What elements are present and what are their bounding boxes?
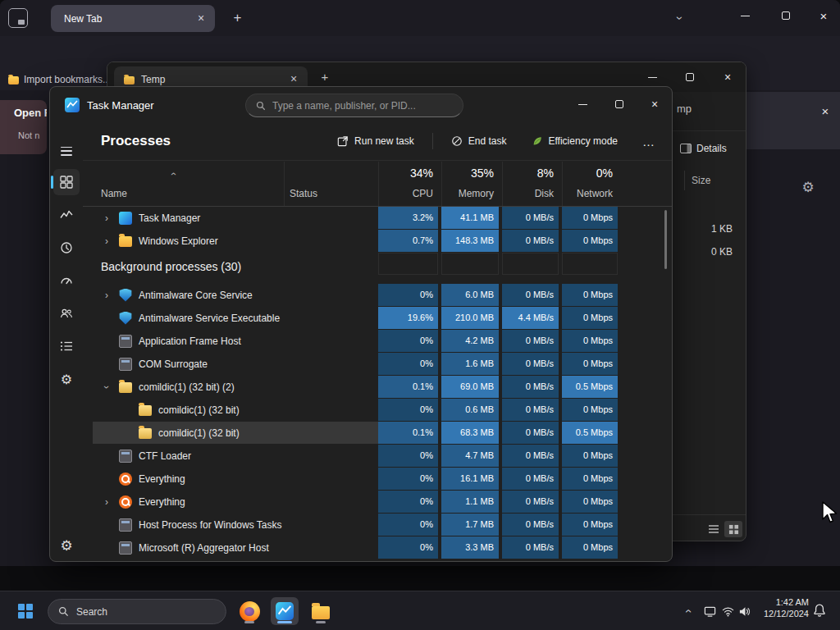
name-cell: comildic(1) (32 bit): [93, 399, 284, 421]
tray-wifi-icon[interactable]: [720, 604, 735, 619]
process-row[interactable]: Application Frame Host0%4.2 MB0 MB/s0 Mb…: [93, 330, 672, 352]
expand-chevron-icon[interactable]: ›: [101, 290, 112, 301]
dialog-option-fragment[interactable]: Not n: [18, 130, 47, 140]
search-input[interactable]: [272, 100, 453, 112]
column-cpu[interactable]: 34% CPU: [378, 162, 438, 206]
notification-bell-icon[interactable]: [812, 603, 829, 619]
nav-processes-icon[interactable]: [53, 169, 80, 195]
task-manager-title-bar[interactable]: Task Manager ×: [50, 87, 672, 123]
address-path-fragment: mp: [677, 103, 692, 115]
browser-tab[interactable]: New Tab ×: [51, 5, 215, 32]
column-status[interactable]: Status: [284, 162, 378, 206]
tray-volume-icon[interactable]: [737, 604, 751, 619]
tab-close-icon[interactable]: ×: [194, 11, 208, 26]
settings-gear-icon[interactable]: ⚙: [57, 536, 76, 556]
windows-logo-icon: [18, 604, 33, 619]
details-view-icon[interactable]: [705, 521, 723, 537]
new-tab-button[interactable]: +: [228, 9, 247, 28]
scrollbar-thumb[interactable]: [664, 210, 667, 269]
expand-chevron-icon[interactable]: ›: [101, 212, 112, 224]
toolbar-more-icon[interactable]: …: [636, 135, 662, 148]
name-cell: COM Surrogate: [93, 353, 284, 375]
installer-icon: [139, 405, 152, 416]
column-network[interactable]: 0% Network: [562, 162, 618, 206]
taskbar-search[interactable]: Search: [48, 599, 226, 624]
nav-details-icon[interactable]: [53, 333, 80, 359]
memory-cell: 4.2 MB: [441, 330, 499, 352]
name-cell: Microsoft (R) Aggregator Host: [93, 536, 284, 559]
tray-show-hidden-icons-chevron[interactable]: ›: [679, 591, 696, 630]
newtab-personalize-gear-icon[interactable]: ⚙: [799, 179, 817, 197]
efficiency-mode-button[interactable]: Efficiency mode: [525, 131, 625, 151]
process-row[interactable]: Antimalware Service Executable19.6%210.0…: [93, 307, 672, 329]
process-row[interactable]: ›comildic(1) (32 bit) (2)0.1%69.0 MB0 MB…: [93, 376, 672, 398]
nav-users-icon[interactable]: [53, 300, 80, 326]
column-name[interactable]: › Name: [93, 162, 284, 206]
column-memory[interactable]: 35% Memory: [441, 162, 499, 206]
taskbar-firefox-icon[interactable]: [235, 597, 263, 625]
name-cell: ›Antimalware Core Service: [93, 284, 284, 306]
process-row[interactable]: Everything0%16.1 MB0 MB/s0 Mbps: [93, 468, 672, 490]
process-row[interactable]: comildic(1) (32 bit)0%0.6 MB0 MB/s0 Mbps: [93, 399, 672, 421]
tm-minimize-button[interactable]: [565, 92, 600, 116]
size-column-header[interactable]: Size: [692, 175, 710, 186]
start-button[interactable]: [13, 599, 38, 623]
status-cell: [284, 376, 378, 398]
tm-maximize-button[interactable]: [602, 92, 637, 116]
name-cell: Host Process for Windows Tasks: [93, 514, 284, 536]
explorer-tab-close-icon[interactable]: ×: [286, 72, 301, 87]
status-cell: [284, 353, 378, 375]
end-task-button[interactable]: End task: [445, 131, 514, 151]
process-name: Everything: [139, 496, 185, 508]
process-row[interactable]: Microsoft (R) Aggregator Host0%3.3 MB0 M…: [93, 536, 672, 559]
process-group-header[interactable]: Background processes (30): [93, 253, 672, 283]
taskbar-task-manager-icon[interactable]: [271, 597, 299, 625]
window-close-button[interactable]: ×: [807, 0, 840, 31]
memory-cell: 3.3 MB: [441, 536, 499, 559]
nav-startup-apps-icon[interactable]: [53, 267, 80, 294]
run-new-task-button[interactable]: Run new task: [331, 131, 421, 151]
nav-services-icon[interactable]: ⚙: [53, 366, 80, 392]
nav-hamburger-icon[interactable]: [53, 138, 80, 164]
process-row[interactable]: CTF Loader0%4.7 MB0 MB/s0 Mbps: [93, 445, 672, 467]
process-row[interactable]: COM Surrogate0%1.6 MB0 MB/s0 Mbps: [93, 353, 672, 375]
window-maximize-button[interactable]: [769, 0, 802, 31]
process-row[interactable]: ›Windows Explorer0.7%148.3 MB0 MB/s0 Mbp…: [93, 230, 672, 252]
tab-title: New Tab: [64, 13, 194, 25]
firefox-view-icon[interactable]: [8, 8, 28, 28]
expand-chevron-icon[interactable]: ›: [101, 381, 112, 393]
process-row[interactable]: comildic(1) (32 bit)0.1%68.3 MB0 MB/s0.5…: [93, 422, 672, 444]
nav-performance-icon[interactable]: [53, 202, 80, 228]
tray-monitor-icon[interactable]: [702, 604, 717, 619]
list-all-tabs-icon[interactable]: ›: [669, 8, 691, 30]
process-row[interactable]: Host Process for Windows Tasks0%1.7 MB0 …: [93, 514, 672, 536]
explorer-maximize-button[interactable]: [671, 62, 709, 92]
expand-chevron-icon[interactable]: ›: [101, 235, 112, 247]
taskbar: Search › 1:42 AM 12/12/2024: [0, 591, 840, 630]
explorer-close-button[interactable]: ×: [709, 62, 746, 92]
process-name: Microsoft (R) Aggregator Host: [139, 542, 269, 554]
disk-cell: 4.4 MB/s: [502, 307, 559, 329]
details-pane-toggle[interactable]: Details: [680, 143, 727, 154]
taskbar-file-explorer-icon[interactable]: [307, 597, 335, 625]
nav-app-history-icon[interactable]: [53, 235, 80, 261]
window-minimize-button[interactable]: [728, 0, 761, 31]
network-cell: 0 Mbps: [562, 536, 618, 559]
page-title: Processes: [101, 133, 171, 149]
tm-close-button[interactable]: ×: [637, 92, 672, 116]
collapse-chevron-icon[interactable]: ›: [167, 172, 179, 176]
column-disk[interactable]: 8% Disk: [502, 162, 559, 206]
process-row[interactable]: ›Task Manager3.2%41.1 MB0 MB/s0 Mbps: [93, 207, 672, 229]
memory-cell: 16.1 MB: [441, 468, 499, 490]
thumbnails-view-icon[interactable]: [724, 521, 742, 537]
taskbar-clock[interactable]: 1:42 AM 12/12/2024: [755, 596, 809, 619]
task-manager-search-box[interactable]: [245, 94, 463, 117]
generic-app-icon: [119, 541, 132, 555]
process-row[interactable]: ›Antimalware Core Service0%6.0 MB0 MB/s0…: [93, 284, 672, 306]
import-bookmarks-label[interactable]: Import bookmarks...: [24, 74, 111, 85]
expand-chevron-icon[interactable]: ›: [101, 496, 112, 508]
explorer-new-tab-button[interactable]: +: [316, 68, 334, 86]
notification-close-icon[interactable]: ×: [817, 103, 833, 120]
process-name: Host Process for Windows Tasks: [139, 519, 282, 531]
process-row[interactable]: ›Everything0%1.1 MB0 MB/s0 Mbps: [93, 491, 672, 513]
